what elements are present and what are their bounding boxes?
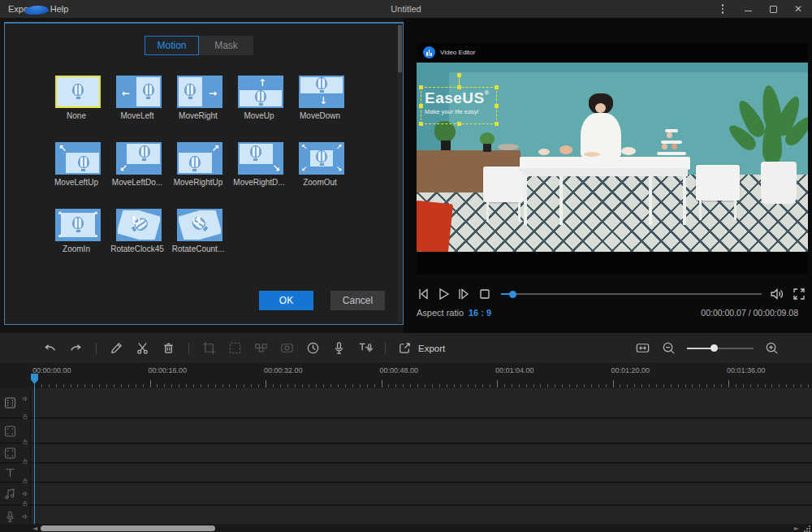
track-lock-icon[interactable] — [22, 409, 28, 415]
scroll-left-arrow[interactable]: ◄ — [32, 525, 37, 532]
resize-handle[interactable] — [419, 122, 423, 126]
track-row-2[interactable] — [0, 419, 812, 443]
preset-row: ↖MoveLeftUp↙MoveLeftDo...↗MoveRightUp↘Mo… — [55, 142, 380, 187]
resize-handle[interactable] — [495, 122, 499, 126]
preset-label: RotateCount... — [167, 244, 229, 253]
seek-handle[interactable] — [509, 291, 516, 298]
video-preview[interactable]: Video Editor — [417, 43, 808, 275]
preset-label: RotateClock45 — [106, 244, 168, 253]
more-menu-button[interactable] — [714, 2, 732, 16]
timeline-scrollbar[interactable]: ◄ ► — [0, 524, 812, 532]
letterbox-bottom — [417, 252, 808, 275]
next-frame-button[interactable] — [456, 286, 472, 302]
scroll-right-arrow[interactable]: ► — [794, 525, 799, 532]
tab-motion[interactable]: Motion — [145, 36, 199, 55]
motion-preset-moveup[interactable]: ↑MoveUp — [238, 76, 283, 120]
volume-icon[interactable] — [769, 286, 785, 302]
delete-trash-icon[interactable] — [161, 340, 176, 356]
freeze-frame-icon[interactable] — [279, 340, 295, 356]
track-lock-icon[interactable] — [22, 473, 28, 479]
track-lock-icon[interactable] — [22, 495, 28, 502]
motion-preset-zoomin[interactable]: ↖↗↙↘ZoomIn — [55, 209, 101, 253]
motion-preset-zoomout[interactable]: ↖↗↙↘ZoomOut — [299, 142, 344, 187]
scrollbar-thumb[interactable] — [41, 526, 215, 531]
preset-row: ↖↗↙↘ZoomIn↻RotateClock45↺RotateCount... — [55, 209, 380, 253]
redo-icon[interactable] — [68, 340, 84, 356]
timeline-ruler[interactable]: 00:00:00.0000:00:16.0000:00:32.0000:00:4… — [0, 363, 812, 388]
zoom-region-icon[interactable] — [227, 340, 243, 356]
minimize-icon — [745, 11, 752, 12]
maximize-button[interactable] — [764, 2, 782, 16]
track-mute-speaker-icon[interactable] — [22, 486, 28, 492]
cut-scissors-icon[interactable] — [135, 340, 150, 356]
duration-clock-icon[interactable] — [305, 340, 321, 356]
direction-arrow-icon: ↗ — [92, 210, 98, 218]
direction-arrow-icon: ↻ — [131, 215, 141, 227]
fit-timeline-icon[interactable] — [635, 340, 650, 356]
zoom-out-icon[interactable] — [661, 340, 676, 356]
track-row-5[interactable] — [0, 483, 812, 505]
motion-preset-moveleftdo-[interactable]: ↙MoveLeftDo... — [116, 142, 162, 187]
undo-icon[interactable] — [42, 340, 58, 356]
export-icon — [397, 340, 412, 356]
track-lock-icon[interactable] — [22, 453, 28, 460]
panel-scrollbar[interactable] — [398, 25, 402, 322]
track-row-4[interactable] — [0, 464, 812, 482]
motion-preset-moveright[interactable]: →MoveRight — [177, 76, 222, 120]
edit-pencil-icon[interactable] — [109, 340, 124, 356]
minimize-button[interactable] — [739, 2, 757, 16]
motion-preset-rotatecount-[interactable]: ↺RotateCount... — [177, 209, 222, 253]
mosaic-icon[interactable] — [253, 340, 269, 356]
track-row-3[interactable] — [0, 444, 812, 463]
resize-handle[interactable] — [419, 104, 423, 108]
export-button[interactable]: Export — [397, 340, 445, 356]
resize-handle[interactable] — [457, 122, 461, 126]
resize-handle[interactable] — [419, 85, 423, 89]
resize-grip-icon[interactable] — [803, 525, 810, 532]
tab-mask[interactable]: Mask — [199, 36, 253, 55]
motion-preset-moverightup[interactable]: ↗MoveRightUp — [177, 142, 222, 187]
cancel-button[interactable]: Cancel — [330, 291, 385, 310]
video-editor-badge-label: Video Editor — [440, 49, 475, 56]
close-button[interactable]: ✕ — [789, 2, 807, 16]
fullscreen-icon[interactable] — [791, 286, 807, 302]
preset-label: MoveRightD... — [228, 178, 290, 187]
resize-handle[interactable] — [495, 104, 499, 108]
text-to-speech-icon[interactable] — [357, 340, 373, 356]
direction-arrow-icon: ↙ — [58, 231, 64, 240]
previous-frame-button[interactable] — [415, 286, 431, 302]
ruler-label: 00:00:48.00 — [380, 366, 419, 374]
track-lock-icon[interactable] — [22, 434, 28, 440]
balloon-icon — [184, 84, 197, 100]
watermark-selected-object[interactable]: EaseUS® Make your life easy! — [421, 87, 497, 124]
rotate-handle[interactable] — [457, 73, 461, 77]
motion-preset-moverightd-[interactable]: ↘MoveRightD... — [238, 142, 283, 187]
timeline-zoom-slider[interactable] — [687, 348, 754, 349]
zoom-slider-handle[interactable] — [710, 344, 718, 352]
motion-preset-moveleft[interactable]: ←MoveLeft — [116, 76, 162, 120]
kebab-icon — [722, 4, 724, 14]
motion-preset-rotateclock45[interactable]: ↻RotateClock45 — [116, 209, 162, 253]
aspect-ratio-value[interactable]: 16 : 9 — [469, 308, 491, 318]
seek-bar[interactable] — [501, 293, 762, 295]
track-row-1[interactable] — [0, 388, 812, 418]
motion-preset-none[interactable]: None — [55, 76, 101, 120]
direction-arrow-icon: ↗ — [211, 144, 219, 154]
track-mute-speaker-icon[interactable] — [22, 508, 28, 515]
motion-preset-movedown[interactable]: ↓MoveDown — [299, 76, 344, 120]
track-mute-speaker-icon[interactable] — [22, 391, 28, 397]
crop-icon[interactable] — [201, 340, 217, 356]
resize-handle[interactable] — [495, 85, 499, 89]
direction-arrow-icon: ↘ — [272, 163, 280, 173]
preset-thumbnail: → — [177, 76, 222, 108]
direction-arrow-icon: ↘ — [92, 231, 98, 240]
stop-button[interactable] — [477, 286, 493, 302]
motion-preset-moveleftup[interactable]: ↖MoveLeftUp — [55, 142, 101, 187]
resize-handle[interactable] — [457, 85, 461, 89]
video-scene: EaseUS® Make your life easy! — [417, 63, 808, 252]
zoom-in-icon[interactable] — [764, 340, 780, 356]
preset-thumbnail: ↖↗↙↘ — [299, 142, 344, 175]
voiceover-mic-icon[interactable] — [331, 340, 347, 356]
ok-button[interactable]: OK — [259, 291, 313, 310]
play-button[interactable] — [435, 286, 451, 302]
